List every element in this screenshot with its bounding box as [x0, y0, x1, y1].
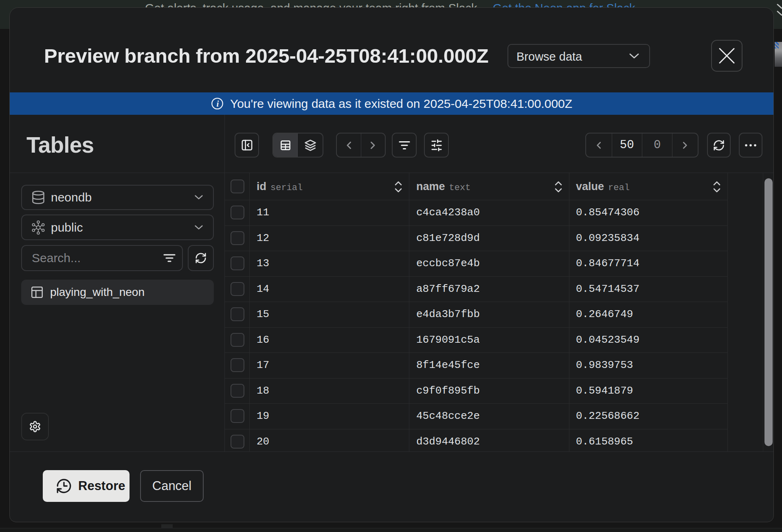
svg-text:i: i: [216, 99, 219, 109]
